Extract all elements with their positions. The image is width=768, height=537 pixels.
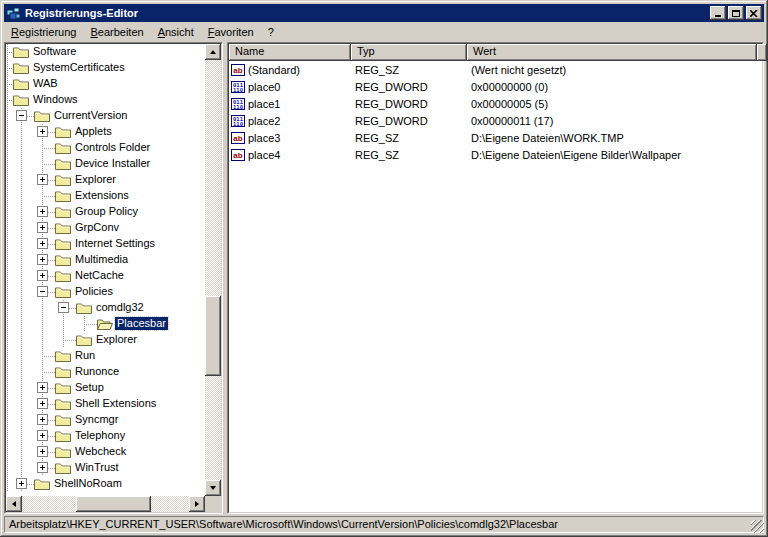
column-header-wert[interactable]: Wert (467, 44, 757, 61)
tree-item-label[interactable]: Run (73, 349, 97, 362)
tree-item-label[interactable]: CurrentVersion (52, 109, 129, 122)
tree-item-label[interactable]: Internet Settings (73, 237, 157, 250)
tree-item-shellnoroam[interactable]: ShellNoRoam (6, 476, 205, 492)
tree-item-label[interactable]: Setup (73, 381, 106, 394)
tree-item-group-policy[interactable]: Group Policy (6, 204, 205, 220)
tree-item-extensions[interactable]: Extensions (6, 188, 205, 204)
tree-item-label[interactable]: Software (31, 45, 78, 58)
expand-plus-icon[interactable] (37, 222, 48, 233)
expand-plus-icon[interactable] (37, 174, 48, 185)
tree-item-run[interactable]: Run (6, 348, 205, 364)
expand-plus-icon[interactable] (37, 270, 48, 281)
column-header-typ[interactable]: Typ (351, 44, 467, 61)
expand-plus-icon[interactable] (37, 398, 48, 409)
scroll-down-button[interactable] (205, 480, 221, 496)
tree-item-explorer[interactable]: Explorer (6, 172, 205, 188)
menu-item-ansicht[interactable]: Ansicht (151, 24, 201, 40)
tree-item-label[interactable]: Controls Folder (73, 141, 152, 154)
tree-item-label[interactable]: Shell Extensions (73, 397, 158, 410)
tree-item-placesbar[interactable]: Placesbar (6, 316, 205, 332)
tree-item-label[interactable]: Applets (73, 125, 114, 138)
tree-item-label[interactable]: Runonce (73, 365, 121, 378)
tree-item-label[interactable]: SystemCertificates (31, 61, 127, 74)
expand-plus-icon[interactable] (37, 382, 48, 393)
value-name[interactable]: place3 (248, 132, 280, 144)
vertical-scroll-track[interactable] (205, 60, 221, 480)
tree-item-label[interactable]: Telephony (73, 429, 127, 442)
tree-item-label[interactable]: Multimedia (73, 253, 130, 266)
scroll-up-button[interactable] (205, 44, 221, 60)
tree-item-currentversion[interactable]: CurrentVersion (6, 108, 205, 124)
tree-item-label[interactable]: Explorer (73, 173, 118, 186)
tree-horizontal-scrollbar[interactable] (6, 496, 205, 512)
tree-item-multimedia[interactable]: Multimedia (6, 252, 205, 268)
menu-item-registrierung[interactable]: Registrierung (4, 24, 83, 40)
tree-item-label[interactable]: Windows (31, 93, 80, 106)
expand-plus-icon[interactable] (37, 238, 48, 249)
tree-item-label[interactable]: GrpConv (73, 221, 121, 234)
tree-item-systemcertificates[interactable]: SystemCertificates (6, 60, 205, 76)
tree-item-device-installer[interactable]: Device Installer (6, 156, 205, 172)
tree-item-webcheck[interactable]: Webcheck (6, 444, 205, 460)
expand-plus-icon[interactable] (37, 254, 48, 265)
registry-value-row[interactable]: abplace3REG_SZD:\Eigene Dateien\WORK.TMP (229, 129, 762, 146)
tree-item-label[interactable]: Policies (73, 285, 115, 298)
tree-item-syncmgr[interactable]: Syncmgr (6, 412, 205, 428)
tree-item-setup[interactable]: Setup (6, 380, 205, 396)
resize-grip[interactable] (751, 520, 764, 533)
tree-item-comdlg32[interactable]: comdlg32 (6, 300, 205, 316)
tree-item-applets[interactable]: Applets (6, 124, 205, 140)
horizontal-scroll-thumb[interactable] (76, 496, 151, 512)
registry-value-row[interactable]: 011110place1REG_DWORD0x00000005 (5) (229, 95, 762, 112)
expand-plus-icon[interactable] (16, 478, 27, 489)
tree-item-label[interactable]: Explorer (94, 333, 139, 346)
horizontal-scroll-track[interactable] (22, 496, 189, 512)
value-name[interactable]: (Standard) (248, 64, 300, 76)
expand-plus-icon[interactable] (37, 446, 48, 457)
expand-plus-icon[interactable] (37, 206, 48, 217)
value-name[interactable]: place4 (248, 149, 280, 161)
scroll-right-button[interactable] (189, 496, 205, 512)
tree-item-label[interactable]: Placesbar (115, 317, 168, 330)
tree-item-shell-extensions[interactable]: Shell Extensions (6, 396, 205, 412)
registry-value-row[interactable]: 011110place2REG_DWORD0x00000011 (17) (229, 112, 762, 129)
tree-item-label[interactable]: Group Policy (73, 205, 140, 218)
value-name[interactable]: place2 (248, 115, 280, 127)
minimize-button[interactable] (710, 6, 726, 20)
expand-plus-icon[interactable] (37, 126, 48, 137)
registry-value-row[interactable]: abplace4REG_SZD:\Eigene Dateien\Eigene B… (229, 146, 762, 163)
menu-item-bearbeiten[interactable]: Bearbeiten (83, 24, 150, 40)
tree-item-grpconv[interactable]: GrpConv (6, 220, 205, 236)
registry-value-row[interactable]: ab(Standard)REG_SZ(Wert nicht gesetzt) (229, 61, 762, 78)
value-name[interactable]: place0 (248, 81, 280, 93)
menu-item-favoriten[interactable]: Favoriten (201, 24, 261, 40)
scroll-left-button[interactable] (6, 496, 22, 512)
tree-item-label[interactable]: Syncmgr (73, 413, 120, 426)
tree-item-controls-folder[interactable]: Controls Folder (6, 140, 205, 156)
tree-item-label[interactable]: Webcheck (73, 445, 128, 458)
tree-item-windows[interactable]: Windows (6, 92, 205, 108)
expand-plus-icon[interactable] (37, 414, 48, 425)
titlebar[interactable]: Registrierungs-Editor (4, 4, 764, 22)
tree-item-label[interactable]: WAB (31, 77, 60, 90)
tree-item-wab[interactable]: WAB (6, 76, 205, 92)
tree-vertical-scrollbar[interactable] (205, 44, 221, 496)
tree-item-label[interactable]: Extensions (73, 189, 131, 202)
tree-item-explorer[interactable]: Explorer (6, 332, 205, 348)
tree-item-netcache[interactable]: NetCache (6, 268, 205, 284)
expand-plus-icon[interactable] (37, 462, 48, 473)
maximize-button[interactable] (728, 6, 744, 20)
tree-item-wintrust[interactable]: WinTrust (6, 460, 205, 476)
menu-item-[interactable]: ? (261, 24, 281, 40)
tree-item-label[interactable]: Device Installer (73, 157, 152, 170)
tree-item-telephony[interactable]: Telephony (6, 428, 205, 444)
registry-value-row[interactable]: 011110place0REG_DWORD0x00000000 (0) (229, 78, 762, 95)
expand-plus-icon[interactable] (37, 430, 48, 441)
tree-item-internet-settings[interactable]: Internet Settings (6, 236, 205, 252)
tree-item-label[interactable]: NetCache (73, 269, 126, 282)
tree-item-label[interactable]: ShellNoRoam (52, 477, 124, 490)
vertical-scroll-thumb[interactable] (205, 296, 221, 376)
collapse-minus-icon[interactable] (37, 286, 48, 297)
column-header-name[interactable]: Name (229, 44, 351, 61)
collapse-minus-icon[interactable] (58, 302, 69, 313)
